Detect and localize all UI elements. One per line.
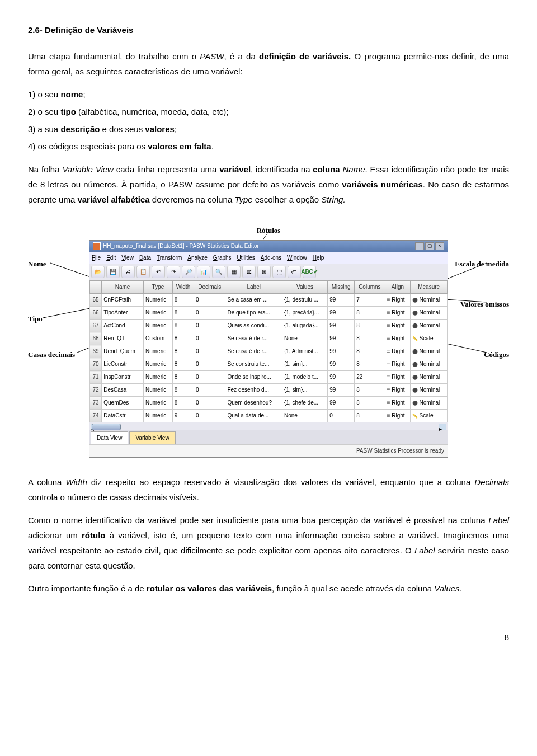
menu-edit[interactable]: Edit (106, 253, 116, 263)
horizontal-scrollbar[interactable]: ◂ ▸ (90, 422, 447, 430)
table-row[interactable]: 66TipoAnterNumeric80De que tipo era...{1… (90, 307, 447, 320)
menu-graphs[interactable]: Graphs (213, 253, 232, 263)
cell-values[interactable]: {1, modelo t... (282, 371, 327, 384)
cell-label[interactable]: Quem desenhou? (225, 397, 282, 410)
col-align[interactable]: Align (385, 281, 411, 294)
cell-columns[interactable]: 8 (355, 384, 385, 397)
cell-name[interactable]: QuemDes (102, 397, 144, 410)
col-type[interactable]: Type (143, 281, 172, 294)
col-decimals[interactable]: Decimals (194, 281, 225, 294)
tab-data-view[interactable]: Data View (91, 431, 128, 444)
menu-addons[interactable]: Add-ons (261, 253, 281, 263)
minimize-button[interactable]: _ (415, 242, 424, 250)
row-number[interactable]: 69 (90, 345, 102, 358)
cell-label[interactable]: Se casa é de r... (225, 332, 282, 345)
col-rownum[interactable] (90, 281, 102, 294)
cell-align[interactable]: Right (385, 358, 411, 371)
cell-width[interactable]: 9 (172, 410, 194, 422)
maximize-button[interactable]: ▢ (425, 242, 434, 250)
cell-decimals[interactable]: 0 (194, 397, 225, 410)
cell-align[interactable]: Right (385, 307, 411, 320)
cell-width[interactable]: 8 (172, 345, 194, 358)
cell-values[interactable]: {1, sim}... (282, 358, 327, 371)
cell-decimals[interactable]: 0 (194, 358, 225, 371)
cell-values[interactable]: {1, precária}... (282, 307, 327, 320)
cell-measure[interactable]: Nominal (411, 307, 447, 320)
cell-missing[interactable]: 0 (328, 410, 355, 422)
undo-icon[interactable]: ↶ (152, 266, 165, 278)
cell-width[interactable]: 8 (172, 307, 194, 320)
cell-name[interactable]: DesCasa (102, 384, 144, 397)
select-icon[interactable]: ⬚ (272, 266, 286, 278)
row-number[interactable]: 68 (90, 332, 102, 345)
cell-type[interactable]: Numeric (143, 345, 172, 358)
cell-columns[interactable]: 8 (355, 397, 385, 410)
cell-decimals[interactable]: 0 (194, 371, 225, 384)
cell-name[interactable]: DataCstr (102, 410, 144, 422)
variables-icon[interactable]: 📊 (197, 266, 210, 278)
cell-align[interactable]: Right (385, 397, 411, 410)
scroll-right-icon[interactable]: ▸ (439, 424, 446, 430)
cell-width[interactable]: 8 (172, 384, 194, 397)
cell-type[interactable]: Numeric (143, 397, 172, 410)
cell-missing[interactable]: 99 (328, 397, 355, 410)
col-columns[interactable]: Columns (355, 281, 385, 294)
cell-columns[interactable]: 8 (355, 332, 385, 345)
tab-variable-view[interactable]: Variable View (129, 431, 175, 444)
row-number[interactable]: 67 (90, 320, 102, 332)
cell-label[interactable]: Se casa é de r... (225, 345, 282, 358)
table-row[interactable]: 68Ren_QTCustom80Se casa é de r...None998… (90, 332, 447, 345)
menu-transform[interactable]: Transform (157, 253, 182, 263)
cell-decimals[interactable]: 0 (194, 320, 225, 332)
cell-measure[interactable]: Nominal (411, 345, 447, 358)
cell-values[interactable]: {1, chefe de... (282, 397, 327, 410)
menu-view[interactable]: View (121, 253, 134, 263)
col-measure[interactable]: Measure (411, 281, 447, 294)
cell-label[interactable]: Quais as condi... (225, 320, 282, 332)
menu-utilities[interactable]: Utilities (237, 253, 255, 263)
col-name[interactable]: Name (102, 281, 144, 294)
cell-type[interactable]: Custom (143, 332, 172, 345)
cell-name[interactable]: InspConstr (102, 371, 144, 384)
cell-align[interactable]: Right (385, 410, 411, 422)
cell-align[interactable]: Right (385, 345, 411, 358)
cell-type[interactable]: Numeric (143, 384, 172, 397)
cell-label[interactable]: Se construiu te... (225, 358, 282, 371)
cell-type[interactable]: Numeric (143, 371, 172, 384)
cell-label[interactable]: Qual a data de... (225, 410, 282, 422)
cell-values[interactable]: {1, destruiu ... (282, 294, 327, 307)
cell-decimals[interactable]: 0 (194, 294, 225, 307)
table-row[interactable]: 72DesCasaNumeric80Fez desenho d...{1, si… (90, 384, 447, 397)
cell-missing[interactable]: 99 (328, 371, 355, 384)
cell-missing[interactable]: 99 (328, 320, 355, 332)
cell-columns[interactable]: 8 (355, 358, 385, 371)
table-row[interactable]: 71InspConstrNumeric80Onde se inspiro...{… (90, 371, 447, 384)
close-button[interactable]: × (435, 242, 444, 250)
redo-icon[interactable]: ↷ (167, 266, 180, 278)
row-number[interactable]: 70 (90, 358, 102, 371)
cell-width[interactable]: 8 (172, 397, 194, 410)
cell-columns[interactable]: 22 (355, 371, 385, 384)
cell-label[interactable]: Fez desenho d... (225, 384, 282, 397)
spellcheck-icon[interactable]: ABC✔ (303, 266, 316, 278)
menu-help[interactable]: Help (313, 253, 324, 263)
cell-align[interactable]: Right (385, 371, 411, 384)
col-width[interactable]: Width (172, 281, 194, 294)
cell-name[interactable]: Rend_Quem (102, 345, 144, 358)
row-number[interactable]: 66 (90, 307, 102, 320)
cell-name[interactable]: Ren_QT (102, 332, 144, 345)
cell-columns[interactable]: 7 (355, 294, 385, 307)
cell-name[interactable]: LicConstr (102, 358, 144, 371)
cell-type[interactable]: Numeric (143, 307, 172, 320)
table-row[interactable]: 67ActCondNumeric80Quais as condi...{1, a… (90, 320, 447, 332)
table-row[interactable]: 69Rend_QuemNumeric80Se casa é de r...{1,… (90, 345, 447, 358)
cell-columns[interactable]: 8 (355, 345, 385, 358)
table-row[interactable]: 65CnPCFtalhNumeric80Se a casa em ...{1, … (90, 294, 447, 307)
cell-values[interactable]: {1, sim}... (282, 384, 327, 397)
cell-measure[interactable]: Nominal (411, 320, 447, 332)
cell-values[interactable]: None (282, 410, 327, 422)
cell-columns[interactable]: 8 (355, 307, 385, 320)
cell-align[interactable]: Right (385, 320, 411, 332)
cell-decimals[interactable]: 0 (194, 332, 225, 345)
col-values[interactable]: Values (282, 281, 327, 294)
